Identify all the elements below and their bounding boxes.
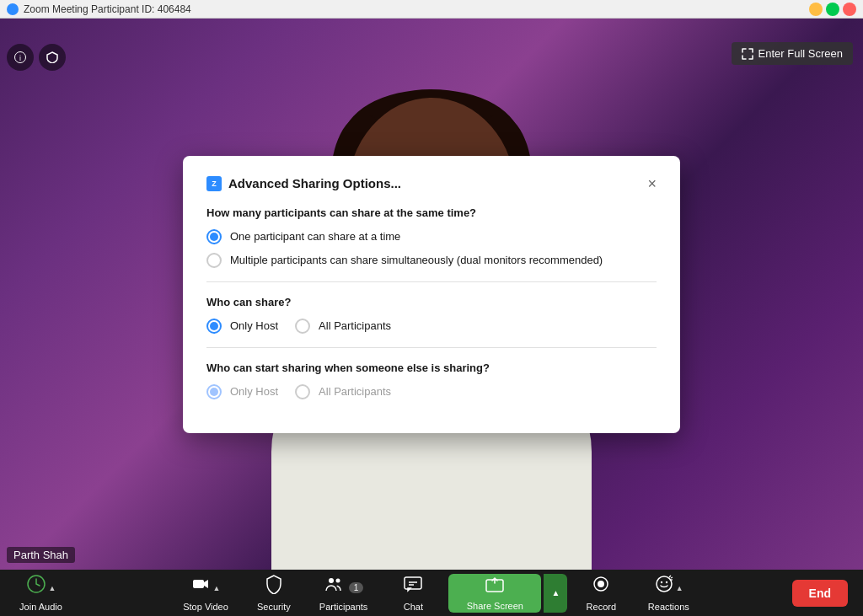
modal-title: Z Advanced Sharing Options... (206, 176, 401, 191)
toolbar-center: ▲ Stop Video Security (82, 570, 792, 616)
share-screen-chevron-button[interactable]: ▲ (544, 574, 567, 613)
join-audio-label: Join Audio (19, 602, 62, 612)
svg-point-13 (657, 576, 672, 592)
all-participants-share-label: All Participants (319, 319, 391, 332)
one-participant-label: One participant can share at a time (230, 230, 400, 243)
participants-icon (324, 574, 344, 599)
all-participants-start-option[interactable]: All Participants (295, 384, 391, 399)
maximize-button[interactable] (826, 3, 839, 16)
chat-icon (403, 574, 423, 599)
title-bar: Zoom Meeting Participant ID: 406484 (0, 0, 863, 19)
zoom-logo-icon: Z (206, 176, 222, 191)
modal-overlay: Z Advanced Sharing Options... × How many… (0, 19, 863, 570)
modal-close-button[interactable]: × (647, 176, 657, 191)
participants-label: Participants (319, 602, 367, 612)
share-screen-label: Share Screen (467, 601, 523, 611)
divider-1 (206, 281, 657, 282)
all-participants-share-radio[interactable] (295, 319, 310, 334)
multiple-participants-radio[interactable] (206, 253, 222, 268)
only-host-share-radio[interactable] (206, 319, 222, 334)
stop-video-button[interactable]: ▲ Stop Video (171, 570, 240, 616)
modal-header: Z Advanced Sharing Options... × (206, 176, 657, 191)
svg-point-5 (329, 578, 334, 583)
title-bar-icon (7, 3, 19, 15)
participants-button[interactable]: 1 Participants (308, 570, 379, 616)
section3-question: Who can start sharing when someone else … (206, 362, 657, 374)
svg-line-17 (671, 577, 673, 578)
who-can-share-section: Who can share? Only Host All Participant… (206, 296, 657, 334)
chat-label: Chat (404, 602, 423, 612)
start-sharing-section: Who can start sharing when someone else … (206, 362, 657, 399)
close-button[interactable] (843, 3, 856, 16)
toolbar-right: End (792, 580, 863, 607)
join-audio-icon (26, 574, 46, 599)
svg-line-16 (669, 576, 671, 577)
svg-rect-7 (405, 577, 421, 589)
stop-video-label: Stop Video (183, 602, 228, 612)
all-participants-start-radio[interactable] (295, 384, 310, 399)
section1-question: How many participants can share at the s… (206, 206, 657, 219)
svg-point-14 (661, 581, 662, 583)
reactions-label: Reactions (648, 602, 689, 612)
title-bar-text: Zoom Meeting Participant ID: 406484 (24, 3, 191, 15)
svg-point-15 (666, 581, 667, 583)
security-icon (264, 574, 284, 599)
join-audio-button[interactable]: ▲ Join Audio (0, 570, 82, 616)
stop-video-icon (191, 574, 212, 599)
divider-2 (206, 347, 657, 348)
record-button[interactable]: Record (567, 570, 635, 616)
chat-button[interactable]: Chat (379, 570, 447, 616)
participants-count: 1 (349, 582, 364, 593)
sharing-count-section: How many participants can share at the s… (206, 206, 657, 268)
minimize-button[interactable] (809, 3, 823, 16)
window-controls (809, 3, 856, 16)
modal-title-text: Advanced Sharing Options... (228, 176, 401, 190)
toolbar: ▲ Join Audio ▲ Stop Video (0, 570, 863, 616)
security-label: Security (257, 602, 291, 612)
security-button[interactable]: Security (240, 570, 308, 616)
one-participant-radio[interactable] (206, 229, 222, 244)
reactions-button[interactable]: ▲ Reactions (635, 570, 702, 616)
share-screen-container: Share Screen ▲ (447, 574, 567, 613)
advanced-sharing-dialog: Z Advanced Sharing Options... × How many… (183, 156, 680, 433)
share-screen-button[interactable]: Share Screen (448, 574, 541, 613)
only-host-start-radio[interactable] (206, 384, 222, 399)
svg-rect-4 (193, 580, 204, 588)
svg-point-0 (9, 5, 17, 13)
all-participants-start-label: All Participants (319, 385, 391, 398)
share-screen-icon (485, 576, 505, 601)
record-label: Record (587, 602, 616, 612)
svg-point-12 (598, 581, 604, 587)
one-participant-option[interactable]: One participant can share at a time (206, 229, 657, 244)
only-host-share-option[interactable]: Only Host (206, 319, 278, 334)
multiple-participants-option[interactable]: Multiple participants can share simultan… (206, 253, 657, 268)
only-host-start-option[interactable]: Only Host (206, 384, 278, 399)
all-participants-share-option[interactable]: All Participants (295, 319, 391, 334)
section2-question: Who can share? (206, 296, 657, 308)
reactions-icon (654, 574, 674, 599)
only-host-start-label: Only Host (230, 385, 278, 398)
end-button[interactable]: End (792, 580, 848, 607)
only-host-share-label: Only Host (230, 319, 278, 332)
multiple-participants-label: Multiple participants can share simultan… (230, 254, 603, 266)
svg-point-6 (335, 579, 340, 583)
record-icon (591, 574, 611, 599)
